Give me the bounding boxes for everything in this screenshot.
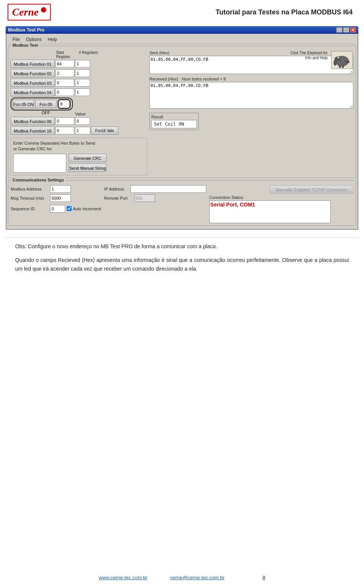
logo-icon xyxy=(41,7,46,13)
modbus-fn02-button[interactable]: Modbus Function 02 xyxy=(11,69,55,77)
ip-addr-input[interactable] xyxy=(130,185,206,193)
manual-input-area: Generate CRC Send Manual String xyxy=(13,154,144,173)
fn16-start-reg[interactable] xyxy=(55,127,74,134)
svg-point-3 xyxy=(334,60,337,66)
bytes-label: Num bytes recieved = 8 xyxy=(182,77,226,81)
svg-rect-7 xyxy=(342,65,344,68)
comm-right: Manually Establish TCP/IP Connection Con… xyxy=(209,185,353,223)
generate-crc-button[interactable]: Generate CRC xyxy=(69,154,107,162)
modbus-test-label: Modbus Test xyxy=(11,43,39,47)
received-area: Recieved (Hex) Num bytes recieved = 8 01… xyxy=(149,77,353,110)
remote-port-input[interactable] xyxy=(134,194,155,202)
col-header-start: Start Register xyxy=(56,50,79,59)
comm-middle: IP Address Remote Port xyxy=(104,185,206,202)
manual-section: Enter Comma Separated Hex Bytes to Send … xyxy=(11,138,147,175)
title-bar: Modbus Test Pro _ □ ✕ xyxy=(6,26,358,34)
fn05-off-button[interactable]: Fcn 05 OFF xyxy=(35,100,56,108)
fn03-num-reg[interactable] xyxy=(75,79,90,87)
logo-area: Cerne xyxy=(8,4,51,20)
result-container: Result Set Coil ON xyxy=(149,113,199,130)
auto-increment-label: Auto Increment xyxy=(67,206,101,211)
modbus-fn04-button[interactable]: Modbus Function 04 xyxy=(11,88,55,96)
modbus-row-16: Modbus Function 16 Fcn16 Vals xyxy=(11,126,147,135)
menu-file[interactable]: File xyxy=(9,36,23,43)
elephant-icon xyxy=(331,50,353,69)
auto-increment-text: Auto Increment xyxy=(73,207,101,211)
page-divider xyxy=(6,237,358,238)
conn-status-container: Connection Status Serial Port, COM1 xyxy=(209,195,353,223)
ip-label: IP Address xyxy=(104,187,129,191)
body-paragraph-2: Quando o campo Recieved (Hex) apresenta … xyxy=(15,256,349,274)
page-number: 8 xyxy=(262,575,265,580)
menu-bar: File Options Help xyxy=(8,35,356,44)
modbus-fn03-button[interactable]: Modbus Function 03 xyxy=(11,79,55,87)
footer-email[interactable]: cerne@cerne-tec.com.br xyxy=(170,575,224,580)
fn06-start-reg[interactable] xyxy=(55,117,74,125)
conn-status-value: Serial Port, COM1 xyxy=(210,202,255,208)
page-header: Cerne Tutorial para Testes na Placa MODB… xyxy=(0,0,364,22)
col-header-num: # Registers xyxy=(79,50,102,59)
fn05-value[interactable] xyxy=(59,100,69,108)
fn04-num-reg[interactable] xyxy=(75,88,90,96)
seq-row: Sequence ID Auto Increment xyxy=(11,205,101,213)
comm-section-label: Communications Settings xyxy=(11,178,65,182)
modbus-fn01-button[interactable]: Modbus Function 01 xyxy=(11,60,55,68)
fn01-num-reg[interactable] xyxy=(75,60,90,68)
fn03-start-reg[interactable] xyxy=(55,79,74,87)
send-manual-button[interactable]: Send Manual String xyxy=(69,164,107,172)
svg-point-4 xyxy=(337,57,339,58)
menu-options[interactable]: Options xyxy=(23,36,44,43)
comm-settings-section: Communications Settings Modbus Address M… xyxy=(8,180,356,226)
manual-desc: Enter Comma Separated Hex Bytes to Send … xyxy=(13,140,144,152)
result-value: Set Coil ON xyxy=(151,120,197,128)
col-headers: Start Register # Registers xyxy=(11,50,147,59)
modbus-row-03: Modbus Function 03 xyxy=(11,79,147,87)
modbus-fn06-button[interactable]: Modbus Function 06 xyxy=(11,117,55,125)
body-text: Obs: Configure o novo endereço no MB Tes… xyxy=(0,242,364,274)
minimize-button[interactable]: _ xyxy=(336,27,342,33)
remote-port-row: Remote Port xyxy=(104,194,206,202)
body-paragraph-1: Obs: Configure o novo endereço no MB Tes… xyxy=(15,242,349,251)
fn04-start-reg[interactable] xyxy=(55,88,74,96)
window-title: Modbus Test Pro xyxy=(8,27,44,33)
fn02-start-reg[interactable] xyxy=(55,69,74,77)
footer-website[interactable]: www.cerne-tec.com.br xyxy=(99,575,147,580)
window-wrap: Modbus Test Pro _ □ ✕ File Options Help … xyxy=(6,26,358,230)
modbus-row-04: Modbus Function 04 xyxy=(11,88,147,96)
fn05-value-highlight xyxy=(58,99,71,109)
fn01-start-reg[interactable] xyxy=(55,60,74,68)
ip-input-row: IP Address xyxy=(104,185,206,193)
conn-status-label: Connection Status xyxy=(209,195,353,200)
modbus-addr-input[interactable] xyxy=(50,185,71,193)
modbus-row-06: Modbus Function 06 xyxy=(11,117,147,125)
restore-button[interactable]: □ xyxy=(343,27,349,33)
modbus-row-01: Modbus Function 01 xyxy=(11,60,147,68)
page-footer: www.cerne-tec.com.br cerne@cerne-tec.com… xyxy=(0,575,364,580)
fn05-highlight: Fcn 05 ON Fcn 05 OFF xyxy=(11,98,73,110)
modbus-test-section: Modbus Test Start Register # Registers M… xyxy=(8,46,356,178)
seq-id-label: Sequence ID xyxy=(11,207,49,211)
modbus-left: Start Register # Registers Modbus Functi… xyxy=(11,50,147,175)
result-label: Result xyxy=(151,115,197,119)
close-button[interactable]: ✕ xyxy=(350,27,356,33)
manual-string-input[interactable] xyxy=(13,154,66,173)
fn02-num-reg[interactable] xyxy=(75,69,90,77)
seq-id-input[interactable] xyxy=(50,205,65,213)
modbus-addr-label: Modbus Address xyxy=(11,187,49,191)
received-header: Recieved (Hex) Num bytes recieved = 8 xyxy=(149,77,353,81)
value-header: Value xyxy=(11,112,147,116)
auto-increment-checkbox[interactable] xyxy=(67,206,72,211)
modbus-fn16-button[interactable]: Modbus Function 16 xyxy=(11,126,55,135)
fn05-on-button[interactable]: Fcn 05 ON xyxy=(13,100,34,108)
received-hex-box[interactable]: 01,05,00,04,FF,00,CD,FB xyxy=(149,82,353,109)
comm-left: Modbus Address Msg Timeout (ms) Sequence… xyxy=(11,185,101,213)
fn16-vals-button[interactable]: Fcn16 Vals xyxy=(91,126,118,135)
menu-help[interactable]: Help xyxy=(45,36,60,43)
remote-port-label: Remote Port xyxy=(104,196,133,200)
fn06-value[interactable] xyxy=(75,117,90,125)
establish-tcpip-button[interactable]: Manually Establish TCP/IP Connection xyxy=(270,185,353,194)
fn16-num-reg[interactable] xyxy=(75,127,90,134)
msg-timeout-input[interactable] xyxy=(50,194,71,202)
svg-point-5 xyxy=(345,60,350,63)
window-body: File Options Help Modbus Test Start Regi… xyxy=(6,34,358,230)
